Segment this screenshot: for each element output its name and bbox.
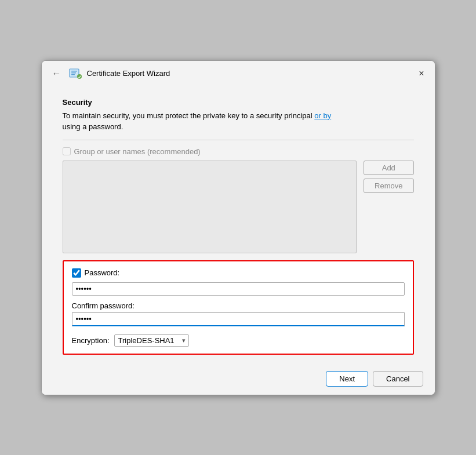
password-section: Password: Confirm password: Encryption: …	[63, 260, 414, 355]
back-button[interactable]: ←	[50, 68, 64, 79]
close-button[interactable]: ×	[416, 69, 426, 78]
group-user-row: Group or user names (recommended)	[63, 147, 414, 156]
confirm-password-input[interactable]	[72, 312, 405, 326]
footer: Next Cancel	[42, 364, 435, 395]
svg-text:✓: ✓	[77, 75, 81, 80]
main-area: Add Remove	[63, 161, 414, 253]
password-row: Password:	[72, 268, 405, 278]
encryption-row: Encryption: TripleDES-SHA1 AES256-SHA256	[72, 334, 405, 347]
user-listbox[interactable]	[63, 161, 357, 253]
side-buttons: Add Remove	[364, 161, 413, 253]
group-user-label: Group or user names (recommended)	[74, 147, 201, 156]
security-description: To maintain security, you must protect t…	[63, 110, 414, 133]
remove-button[interactable]: Remove	[364, 179, 413, 193]
password-label: Password:	[85, 268, 120, 277]
password-input[interactable]	[72, 282, 405, 296]
cancel-button[interactable]: Cancel	[373, 371, 423, 387]
dialog-title: Certificate Export Wizard	[87, 69, 170, 78]
divider	[63, 140, 414, 140]
wizard-icon: ✓	[68, 67, 82, 81]
group-user-checkbox[interactable]	[63, 147, 71, 155]
svg-rect-3	[71, 74, 75, 75]
certificate-export-wizard: ← ✓ Certificate Export Wizard × Security…	[41, 60, 435, 395]
encryption-select[interactable]: TripleDES-SHA1 AES256-SHA256	[114, 334, 189, 347]
password-checkbox[interactable]	[72, 268, 81, 278]
next-button[interactable]: Next	[326, 371, 368, 387]
wizard-content: Security To maintain security, you must …	[42, 84, 435, 364]
title-bar: ← ✓ Certificate Export Wizard ×	[42, 61, 435, 84]
add-button[interactable]: Add	[364, 161, 413, 175]
security-link: or by	[314, 111, 331, 120]
security-title: Security	[63, 98, 414, 107]
encryption-label: Encryption:	[72, 336, 110, 345]
svg-rect-1	[71, 71, 77, 72]
encryption-select-wrapper: TripleDES-SHA1 AES256-SHA256	[114, 334, 189, 347]
svg-rect-2	[71, 72, 76, 74]
title-bar-left: ← ✓ Certificate Export Wizard	[50, 67, 170, 81]
confirm-password-label: Confirm password:	[72, 301, 405, 310]
